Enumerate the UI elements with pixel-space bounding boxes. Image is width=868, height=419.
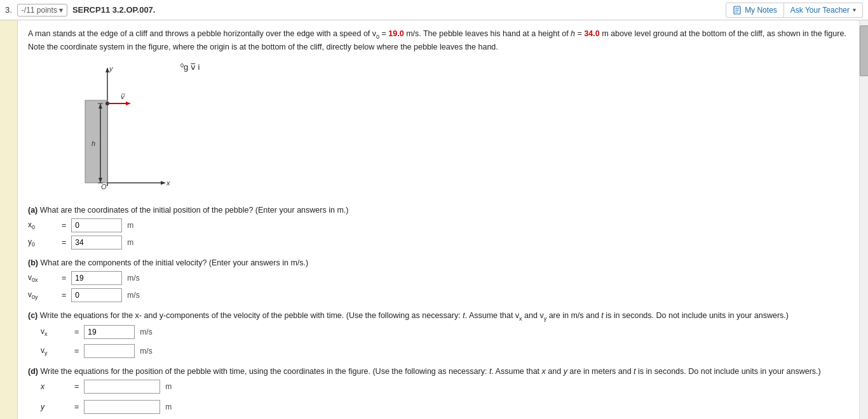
x-input[interactable] — [84, 380, 160, 394]
x0-label: x0 — [28, 220, 57, 230]
x-label: x — [41, 382, 69, 391]
svg-text:v̅: v̅ — [120, 93, 126, 100]
part-c-section: (c) Write the equations for the x- and y… — [28, 311, 849, 359]
part-a-y0-row: y0 = m — [28, 236, 849, 249]
part-c-label: (c) Write the equations for the x- and y… — [28, 311, 849, 322]
x-eq: = — [74, 382, 79, 391]
vox-unit: m/s — [127, 274, 139, 283]
problem-description: A man stands at the edge of a cliff and … — [28, 28, 849, 53]
top-bar-left: 3. -/11 points ▾ SERCP11 3.2.OP.007. — [5, 4, 155, 17]
svg-text:h: h — [92, 140, 95, 147]
part-c-vy-row: vy = m/s — [41, 344, 849, 358]
problem-number: 3. — [5, 5, 12, 15]
vx-label: vx — [41, 327, 69, 337]
notes-icon — [733, 6, 742, 15]
points-label: -/11 points — [22, 6, 57, 15]
my-notes-label: My Notes — [745, 6, 777, 15]
vx-input[interactable] — [84, 325, 135, 339]
x-unit: m — [165, 382, 172, 391]
my-notes-button[interactable]: My Notes — [726, 3, 784, 18]
part-b-vox-row: v0x = m/s — [28, 271, 849, 285]
voy-unit: m/s — [127, 291, 139, 300]
y0-input[interactable] — [71, 236, 122, 249]
h-value: 34.0 — [584, 29, 599, 38]
vox-input[interactable] — [71, 271, 122, 285]
part-d-letter: (d) — [28, 367, 38, 376]
scrollbar-thumb[interactable] — [860, 25, 868, 76]
part-b-label: (b) What are the components of the initi… — [28, 258, 849, 267]
part-c-inputs: vx = m/s vy = m/s — [41, 325, 849, 358]
part-a-label: (a) What are the coordinates of the init… — [28, 206, 849, 215]
vy-unit: m/s — [140, 347, 152, 356]
voy-eq: = — [62, 291, 66, 300]
svg-marker-21 — [126, 102, 131, 105]
vy-label: vy — [41, 346, 69, 356]
y0-eq: = — [62, 238, 66, 247]
part-a-section: (a) What are the coordinates of the init… — [28, 206, 849, 249]
part-d-question: Write the equations for the position of … — [40, 367, 820, 376]
content-area: A man stands at the edge of a cliff and … — [18, 20, 859, 419]
scrollbar[interactable] — [859, 20, 868, 419]
y-input[interactable] — [84, 400, 160, 414]
part-a-question: What are the coordinates of the initial … — [40, 206, 349, 215]
x0-unit: m — [127, 221, 133, 230]
svg-text:O: O — [101, 183, 107, 190]
vox-label: v0x — [28, 273, 57, 283]
top-bar-right: My Notes Ask Your Teacher ▾ — [726, 3, 863, 18]
part-b-section: (b) What are the components of the initi… — [28, 258, 849, 302]
svg-rect-7 — [85, 100, 107, 183]
svg-marker-9 — [161, 181, 166, 185]
figure-container: y x O h — [53, 62, 849, 196]
ask-teacher-chevron: ▾ — [853, 6, 856, 13]
y-eq: = — [74, 402, 79, 411]
part-b-question: What are the components of the initial v… — [40, 258, 308, 267]
svg-text:x: x — [166, 179, 170, 187]
part-c-letter: (c) — [28, 311, 37, 320]
part-c-vx-row: vx = m/s — [41, 325, 849, 339]
cliff-figure: y x O h — [53, 62, 180, 196]
left-stripe — [0, 20, 18, 419]
vx-eq: = — [74, 328, 79, 336]
vy-eq: = — [74, 347, 79, 356]
y0-unit: m — [127, 238, 133, 247]
part-c-question: Write the equations for the x- and y-com… — [40, 311, 789, 320]
v0-value: 19.0 — [388, 29, 403, 38]
y-label: y — [41, 402, 69, 411]
x0-input[interactable] — [71, 218, 122, 232]
part-d-inputs: x = m y = m — [41, 380, 849, 414]
voy-input[interactable] — [71, 288, 122, 302]
x0-eq: = — [62, 221, 66, 230]
problem-id: SERCP11 3.2.OP.007. — [72, 5, 156, 15]
points-badge[interactable]: -/11 points ▾ — [17, 4, 67, 17]
points-chevron: ▾ — [59, 6, 63, 15]
part-a-letter: (a) — [28, 206, 37, 215]
part-d-label: (d) Write the equations for the position… — [28, 367, 849, 376]
vx-unit: m/s — [140, 328, 152, 336]
vy-input[interactable] — [84, 344, 135, 358]
y-unit: m — [165, 402, 172, 411]
vox-eq: = — [62, 274, 66, 283]
svg-text:y: y — [109, 65, 114, 72]
part-b-voy-row: v0y = m/s — [28, 288, 849, 302]
part-a-x0-row: x0 = m — [28, 218, 849, 232]
main-content: A man stands at the edge of a cliff and … — [0, 20, 868, 419]
y0-label: y0 — [28, 237, 57, 248]
top-bar: 3. -/11 points ▾ SERCP11 3.2.OP.007. My … — [0, 0, 868, 20]
part-d-x-row: x = m — [41, 380, 849, 394]
ask-teacher-button[interactable]: Ask Your Teacher ▾ — [784, 3, 863, 18]
part-d-y-row: y = m — [41, 400, 849, 414]
voy-label: v0y — [28, 290, 57, 300]
part-d-section: (d) Write the equations for the position… — [28, 367, 849, 414]
ask-teacher-label: Ask Your Teacher — [790, 6, 850, 15]
part-b-letter: (b) — [28, 258, 38, 267]
